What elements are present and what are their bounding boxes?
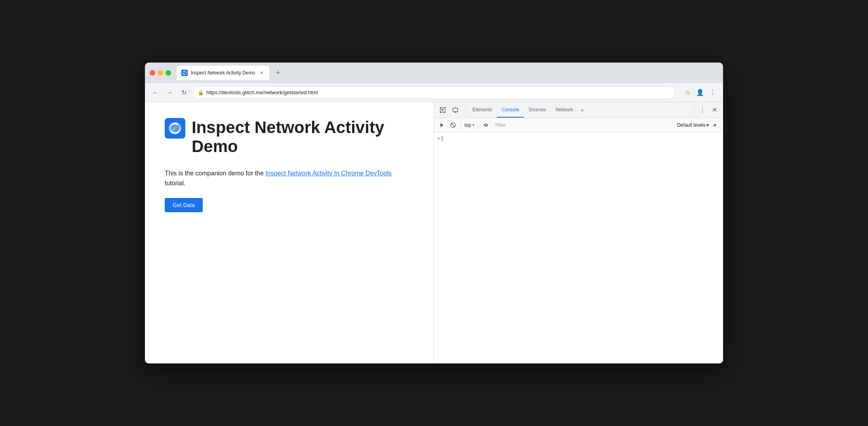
context-selector-container: top ▾ [464,122,474,128]
tab-close-button[interactable]: ✕ [258,70,265,76]
console-prompt-arrow: > [437,135,440,141]
context-label: top [464,122,471,128]
tab-title: Inspect Network Activity Demo [191,70,255,76]
console-settings-icon[interactable] [710,120,720,130]
devtools-left-icons [437,105,461,116]
svg-rect-1 [453,108,458,112]
tabs-more-button[interactable]: » [578,107,587,113]
url-text: https://devtools.glitch.me/network/getst… [206,89,670,95]
webpage-content: Inspect Network Activity Demo This is th… [145,102,434,363]
tab-console[interactable]: Console [497,102,524,118]
console-toolbar: top ▾ Default levels ▾ [434,118,723,132]
menu-button[interactable]: ⋮ [707,87,718,98]
active-tab[interactable]: Inspect Network Activity Demo ✕ [177,66,269,80]
page-header: Inspect Network Activity Demo [165,118,414,156]
new-tab-button[interactable]: + [272,67,284,78]
context-chevron[interactable]: ▾ [472,123,474,127]
svg-line-6 [451,123,455,127]
filter-input[interactable] [492,122,676,128]
title-bar: Inspect Network Activity Demo ✕ + [145,63,723,83]
inspect-element-icon[interactable] [437,105,448,116]
svg-rect-2 [454,112,457,113]
glitch-logo [168,121,182,135]
lock-icon: 🔒 [198,89,204,95]
device-toggle-icon[interactable] [450,105,461,116]
avatar-button[interactable]: 👤 [695,87,706,98]
devtools-divider-2 [694,106,695,114]
default-levels-dropdown[interactable]: Default levels ▾ [677,122,709,128]
devtools-panel: Elements Console Sources Network » ⋮ [434,102,723,363]
svg-rect-3 [455,107,456,108]
address-bar: ← → ↻ 🔒 https://devtools.glitch.me/netwo… [145,83,723,102]
forward-button[interactable]: → [164,87,175,98]
url-bar[interactable]: 🔒 https://devtools.glitch.me/network/get… [192,86,676,99]
browser-window: Inspect Network Activity Demo ✕ + ← → ↻ … [145,63,723,363]
devtools-link[interactable]: Inspect Network Activity In Chrome DevTo… [265,170,391,177]
console-clear-icon[interactable] [448,120,458,130]
console-play-icon[interactable] [437,120,447,130]
devtools-more-icon[interactable]: ⋮ [697,105,708,116]
description-suffix: tutorial. [165,180,185,186]
main-area: Inspect Network Activity Demo This is th… [145,102,723,363]
devtools-divider-1 [466,106,466,114]
reload-button[interactable]: ↻ [178,87,189,98]
back-button[interactable]: ← [150,87,161,98]
console-content: > [434,132,723,363]
bookmark-button[interactable]: ☆ [682,87,693,98]
console-divider-1 [461,122,461,129]
devtools-header: Elements Console Sources Network » ⋮ [434,102,723,118]
console-eye-icon[interactable] [481,120,491,130]
page-description: This is the companion demo for the Inspe… [165,168,414,188]
minimize-traffic-light[interactable] [158,70,163,76]
tab-favicon [181,70,188,76]
devtools-close-button[interactable]: ✕ [709,105,720,116]
tab-network[interactable]: Network [551,102,578,118]
glitch-favicon [182,70,187,75]
console-cursor [442,136,442,141]
svg-marker-4 [440,123,444,127]
page-logo [165,118,185,139]
maximize-traffic-light[interactable] [166,70,171,76]
toolbar-right: ☆ 👤 ⋮ [682,87,718,98]
traffic-lights [150,70,171,76]
console-divider-2 [478,122,478,129]
tab-sources[interactable]: Sources [524,102,551,118]
devtools-right-icons: ⋮ ✕ [693,105,720,116]
devtools-tabs: Elements Console Sources Network » [468,102,693,118]
page-title: Inspect Network Activity Demo [192,118,414,156]
get-data-button[interactable]: Get Data [165,198,203,212]
close-traffic-light[interactable] [150,70,155,76]
description-prefix: This is the companion demo for the [165,170,265,177]
console-prompt-line: > [434,134,723,143]
tab-elements[interactable]: Elements [468,102,497,118]
